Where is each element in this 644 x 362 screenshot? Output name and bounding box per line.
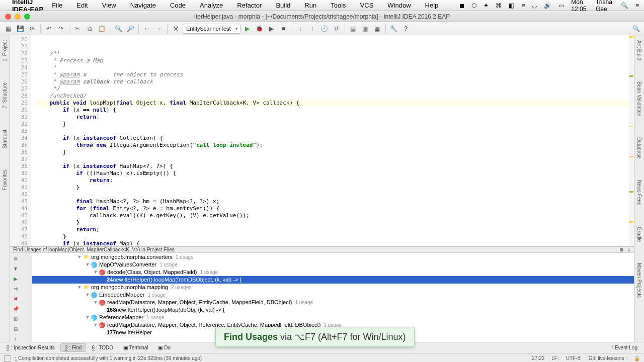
build-icon[interactable]: ⚒ xyxy=(171,24,181,34)
status-icon[interactable]: ✦ xyxy=(484,2,489,9)
menu-vcs[interactable]: VCS xyxy=(360,2,374,9)
vcs-update-icon[interactable]: ↓ xyxy=(295,24,305,34)
tooltab-do[interactable]: ▣ Do xyxy=(153,343,175,352)
line-number[interactable]: 33 xyxy=(10,128,28,135)
zoom-window-button[interactable] xyxy=(24,14,30,20)
line-number[interactable]: 49 xyxy=(10,240,28,246)
code-line[interactable]: public void loopMap(final Object x, fina… xyxy=(36,100,634,107)
left-tab-project[interactable]: 1: Project xyxy=(1,37,9,64)
toolwindow-toggle-icon[interactable] xyxy=(4,355,11,361)
spotlight-icon[interactable]: 🔍 xyxy=(621,2,628,9)
prev-icon[interactable]: ↑ xyxy=(11,334,20,343)
right-tab-news-feed[interactable]: News Feed xyxy=(635,177,643,209)
vcs-revert-icon[interactable]: ↺ xyxy=(332,24,342,34)
tooltab-todo[interactable]: 6: TODO xyxy=(87,343,118,352)
line-number[interactable]: 22 xyxy=(10,50,28,57)
line-number[interactable]: 43 xyxy=(10,198,28,205)
notifications-icon[interactable]: ≡ xyxy=(635,2,639,9)
line-number[interactable]: 48 xyxy=(10,233,28,240)
open-icon[interactable]: ▦ xyxy=(3,24,13,34)
find-tree-row[interactable]: ▼CMapOfValuesConverter1 usage xyxy=(32,261,634,268)
find-tree-row[interactable]: ▼CReferenceMapper1 usage xyxy=(32,314,634,321)
find-tree-row[interactable]: ▼📁org.mongodb.morphia.mapping2 usages xyxy=(32,284,634,291)
code-line[interactable]: final HashMap<?, ?> hm = (HashMap<?, ?>)… xyxy=(36,198,634,205)
run-config-combo[interactable]: EntityScannerTest xyxy=(183,24,240,34)
status-icon[interactable]: ◼ xyxy=(459,2,464,9)
help-icon[interactable]: ? xyxy=(401,24,411,34)
code-line[interactable]: * @param x the object to process xyxy=(36,71,634,78)
line-number[interactable]: 25 xyxy=(10,71,28,78)
line-number[interactable]: 34 xyxy=(10,135,28,142)
hide-icon[interactable]: ⤓ xyxy=(627,247,631,252)
code-line[interactable]: /** xyxy=(36,50,634,57)
code-line[interactable]: * xyxy=(36,64,634,71)
volume-icon[interactable]: 🔊 xyxy=(544,2,551,9)
line-number[interactable]: 27 xyxy=(10,85,28,93)
lock-icon[interactable]: 🔒 xyxy=(634,355,640,361)
back-icon[interactable]: ← xyxy=(142,24,152,34)
expand-arrow-icon[interactable]: ▼ xyxy=(93,268,99,276)
code-line[interactable]: } xyxy=(36,233,634,240)
code-line[interactable]: callback.eval((K) e.getKey(), (V) e.getV… xyxy=(36,212,634,219)
user-name[interactable]: Trisha Gee xyxy=(596,0,614,13)
find-tree-row[interactable]: 24 new IterHelper().loopMap(fromDBObject… xyxy=(32,276,634,284)
code-line[interactable]: } xyxy=(36,149,634,156)
line-number[interactable]: 47 xyxy=(10,226,28,233)
undo-icon[interactable]: ↶ xyxy=(44,24,54,34)
expand-arrow-icon[interactable]: ▼ xyxy=(85,261,91,268)
collapse-icon[interactable]: ⊟ xyxy=(11,324,20,333)
line-number[interactable]: 41 xyxy=(10,184,28,191)
code-line[interactable]: } xyxy=(36,121,634,128)
structure-icon[interactable]: ▤ xyxy=(348,24,358,34)
line-number[interactable]: 35 xyxy=(10,142,28,149)
find-tree-row[interactable]: ▼CEmbeddedMapper1 usage xyxy=(32,291,634,299)
code-line[interactable]: if (x instanceof Map) { xyxy=(36,240,634,246)
code-line[interactable]: if (x == null) { xyxy=(36,107,634,114)
wifi-icon[interactable]: ◡ xyxy=(532,2,537,9)
cut-icon[interactable]: ✂ xyxy=(72,24,83,34)
save-icon[interactable]: 💾 xyxy=(15,24,25,34)
line-number[interactable]: 28 xyxy=(10,93,28,100)
right-tab-ant-build[interactable]: Ant Build xyxy=(635,37,643,63)
menu-tools[interactable]: Tools xyxy=(331,2,346,9)
line-number[interactable]: 29 xyxy=(10,100,28,107)
structure-icon[interactable]: ▦ xyxy=(372,24,382,34)
code-line[interactable]: * @param callback the callback xyxy=(36,78,634,85)
menu-file[interactable]: File xyxy=(52,2,62,9)
code-line[interactable]: if (((HashMap) x).isEmpty()) { xyxy=(36,170,634,177)
status-icon[interactable]: ◧ xyxy=(509,2,514,9)
menu-code[interactable]: Code xyxy=(170,2,186,9)
line-number[interactable]: 38 xyxy=(10,163,28,170)
code-line[interactable]: * Process a Map xyxy=(36,57,634,64)
find-tree-row[interactable]: ▼mreadMap(Datastore, Mapper, Object, Ent… xyxy=(32,299,634,306)
code-line[interactable]: for (final Entry<?, ?> e : hm.entrySet()… xyxy=(36,205,634,212)
line-number[interactable]: 32 xyxy=(10,121,28,128)
line-number[interactable]: 36 xyxy=(10,149,28,156)
code-line[interactable]: return; xyxy=(36,114,634,121)
status-icon[interactable]: ⬡ xyxy=(471,2,476,9)
code-line[interactable]: return; xyxy=(36,177,634,184)
paste-icon[interactable]: 📋 xyxy=(97,24,107,34)
code-line[interactable]: */ xyxy=(36,85,634,93)
debug-icon[interactable]: 🐞 xyxy=(255,24,265,34)
code-line[interactable] xyxy=(36,128,634,135)
encoding[interactable]: UTF-8: xyxy=(566,355,582,361)
expand-arrow-icon[interactable]: ▼ xyxy=(93,321,99,329)
code-line[interactable]: } xyxy=(36,184,634,191)
forward-icon[interactable]: → xyxy=(154,24,164,34)
code-line[interactable]: if (x instanceof HashMap<?, ?>) { xyxy=(36,163,634,170)
event-log-tab[interactable]: ! Event Log xyxy=(607,343,642,352)
line-number[interactable]: 44 xyxy=(10,205,28,212)
code-line[interactable]: return; xyxy=(36,226,634,233)
tooltab-terminal[interactable]: ▣ Terminal xyxy=(119,343,152,352)
copy-icon[interactable]: ⧉ xyxy=(85,24,95,34)
line-number[interactable]: 30 xyxy=(10,107,28,114)
replace-icon[interactable]: 🔎 xyxy=(125,24,135,34)
clock[interactable]: Mon 12:05 xyxy=(571,0,589,13)
right-tab-bean-validation[interactable]: Bean Validation xyxy=(635,78,643,119)
line-number[interactable]: 42 xyxy=(10,191,28,198)
line-number[interactable]: 37 xyxy=(10,156,28,163)
expand-arrow-icon[interactable]: ▼ xyxy=(76,284,83,291)
line-number[interactable]: 45 xyxy=(10,212,28,219)
menu-edit[interactable]: Edit xyxy=(76,2,88,9)
